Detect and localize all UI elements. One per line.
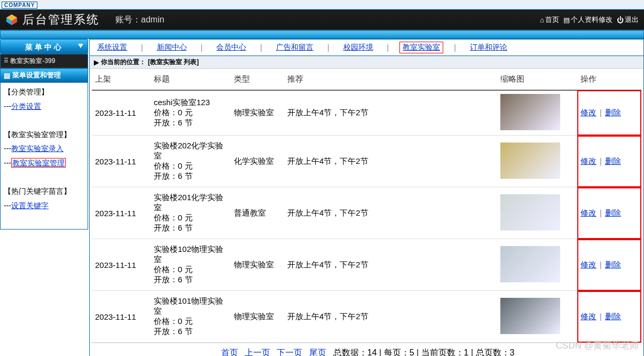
- main-panel: 系统设置|新闻中心|会员中心|广告和留言|校园环境|教室实验室|订单和评论 ▶ …: [89, 39, 644, 356]
- pager-next[interactable]: 下一页: [277, 348, 302, 356]
- delete-link[interactable]: 删除: [605, 108, 621, 117]
- delete-link[interactable]: 删除: [605, 260, 621, 269]
- data-table: 上架 标题 类型 推荐 缩略图 操作 2023-11-11ceshi实验室123…: [92, 69, 641, 343]
- dots-icon: ⠿: [4, 57, 9, 65]
- delete-link[interactable]: 删除: [605, 312, 621, 321]
- home-link[interactable]: ⌂首页: [540, 15, 559, 25]
- tab-news[interactable]: 新闻中心: [154, 42, 190, 53]
- thumbnail-image: [500, 94, 560, 130]
- tab-order[interactable]: 订单和评论: [467, 42, 511, 53]
- sidebar-menu: 【分类管理】---分类设置【教室实验室管理】---教室实验室录入---教室实验室…: [0, 82, 88, 230]
- logout-link[interactable]: ⏻退出: [617, 15, 639, 25]
- cell-title: 实验楼102物理实验室价格：0 元开放：6 节: [151, 239, 231, 291]
- col-rec: 推荐: [284, 69, 497, 90]
- menu-center-header[interactable]: 菜单中心: [0, 39, 88, 54]
- col-op: 操作: [577, 69, 641, 90]
- cell-title: 实验楼202化学实验室价格：0 元开放：6 节: [151, 136, 231, 187]
- cell-thumb: [497, 136, 577, 187]
- arrow-right-icon: ▶: [94, 59, 99, 66]
- breadcrumb: ▶ 你当前的位置： [教室实验室 列表]: [90, 56, 643, 69]
- edit-link[interactable]: 修改: [580, 312, 596, 321]
- sidebar-group-title: 【热门关键字苗言】: [4, 184, 84, 199]
- tab-campus[interactable]: 校园环境: [340, 42, 376, 53]
- tab-member[interactable]: 会员中心: [213, 42, 249, 53]
- company-tag: COMPANY: [0, 0, 644, 9]
- col-date: 上架: [92, 69, 151, 90]
- tab-ads[interactable]: 广告和留言: [273, 42, 317, 53]
- decorative-bar: [0, 30, 644, 39]
- cell-date: 2023-11-11: [92, 136, 151, 187]
- edit-link[interactable]: 修改: [580, 108, 596, 117]
- cell-rec: 开放上午4节，下午2节: [284, 239, 497, 291]
- pager-prev[interactable]: 上一页: [245, 348, 270, 356]
- delete-link[interactable]: 删除: [605, 208, 621, 217]
- thumbnail-image: [500, 143, 560, 179]
- sidebar-group-title: 【分类管理】: [4, 85, 84, 99]
- cell-date: 2023-11-11: [92, 187, 151, 239]
- cell-date: 2023-11-11: [92, 291, 151, 343]
- mini-breadcrumb: ⠿ 教室实验室-399: [0, 54, 88, 68]
- sidebar-item: ---分类设置: [4, 99, 84, 114]
- col-type: 类型: [231, 69, 284, 90]
- profile-icon: ▤: [563, 16, 570, 24]
- cell-title: 实验楼201化学实验室价格：0 元开放：6 节: [151, 187, 231, 239]
- app-title: 后台管理系统: [22, 12, 99, 28]
- cell-date: 2023-11-11: [92, 90, 151, 136]
- cell-rec: 开放上午4节，下午2节: [284, 187, 497, 239]
- table-row: 2023-11-11实验楼202化学实验室价格：0 元开放：6 节化学实验室开放…: [92, 136, 641, 187]
- thumbnail-image: [500, 298, 560, 334]
- edit-link[interactable]: 修改: [580, 208, 596, 217]
- table-row: 2023-11-11实验楼102物理实验室价格：0 元开放：6 节物理实验室开放…: [92, 239, 641, 291]
- cell-type: 普通教室: [231, 187, 284, 239]
- col-title: 标题: [151, 69, 231, 90]
- account-info: 账号：admin: [115, 14, 164, 26]
- cell-type: 物理实验室: [231, 90, 284, 136]
- cell-rec: 开放上午4节，下午2节: [284, 291, 497, 343]
- sidebar: 菜单中心 ⠿ 教室实验室-399 ▤菜单设置和管理 【分类管理】---分类设置【…: [0, 39, 88, 356]
- cell-thumb: [497, 187, 577, 239]
- app-header: 后台管理系统 账号：admin ⌂首页 ▤个人资料修改 ⏻退出: [0, 9, 644, 30]
- edit-link[interactable]: 修改: [580, 260, 596, 269]
- cell-ops: 修改|删除: [577, 187, 641, 239]
- cell-ops: 修改|删除: [577, 136, 641, 187]
- sidebar-link-cat-set[interactable]: 分类设置: [11, 102, 41, 110]
- cell-rec: 开放上午4节，下午2节: [284, 136, 497, 187]
- col-thumb: 缩略图: [497, 69, 577, 90]
- cell-title: 实验楼101物理实验室价格：0 元开放：6 节: [151, 291, 231, 343]
- sidebar-item: ---设置关键字: [4, 199, 84, 213]
- cell-ops: 修改|删除: [577, 239, 641, 291]
- sidebar-group-title: 【教室实验室管理】: [4, 128, 84, 142]
- sidebar-link-kw-set[interactable]: 设置关键字: [11, 201, 49, 210]
- cell-ops: 修改|删除: [577, 90, 641, 136]
- tab-sys[interactable]: 系统设置: [94, 42, 130, 53]
- logo-icon: [5, 13, 18, 26]
- sidebar-link-lab-in[interactable]: 教室实验室录入: [11, 144, 64, 153]
- sidebar-item: ---教室实验室管理: [4, 156, 84, 170]
- home-icon: ⌂: [540, 16, 544, 24]
- thumbnail-image: [500, 194, 560, 231]
- table-row: 2023-11-11ceshi实验室123价格：0 元开放：6 节物理实验室开放…: [92, 90, 641, 136]
- power-icon: ⏻: [617, 16, 624, 24]
- cell-type: 物理实验室: [231, 291, 284, 343]
- cell-thumb: [497, 90, 577, 136]
- pager-first[interactable]: 首页: [221, 348, 238, 356]
- cell-type: 化学实验室: [231, 136, 284, 187]
- sidebar-link-lab-mgr[interactable]: 教室实验室管理: [11, 158, 66, 168]
- cell-date: 2023-11-11: [92, 239, 151, 291]
- table-row: 2023-11-11实验楼101物理实验室价格：0 元开放：6 节物理实验室开放…: [92, 291, 641, 343]
- profile-link[interactable]: ▤个人资料修改: [563, 15, 612, 25]
- tab-lab[interactable]: 教室实验室: [399, 42, 443, 53]
- sidebar-item: ---教室实验室录入: [4, 141, 84, 156]
- cell-ops: 修改|删除: [577, 291, 641, 343]
- nav-tabs: 系统设置|新闻中心|会员中心|广告和留言|校园环境|教室实验室|订单和评论: [90, 39, 643, 56]
- list-icon: ▤: [4, 72, 10, 80]
- thumbnail-image: [500, 246, 560, 282]
- pager: 首页 上一页 下一页 尾页 总数据：14 | 每页：5 | 当前页数：1 | 总…: [90, 343, 643, 356]
- delete-link[interactable]: 删除: [605, 156, 621, 165]
- table-row: 2023-11-11实验楼201化学实验室价格：0 元开放：6 节普通教室开放上…: [92, 187, 641, 239]
- sidebar-section-header: ▤菜单设置和管理: [0, 68, 88, 82]
- pager-last[interactable]: 尾页: [309, 348, 326, 356]
- cell-type: 物理实验室: [231, 239, 284, 291]
- edit-link[interactable]: 修改: [580, 156, 596, 165]
- cell-rec: 开放上午4节，下午2节: [284, 90, 497, 136]
